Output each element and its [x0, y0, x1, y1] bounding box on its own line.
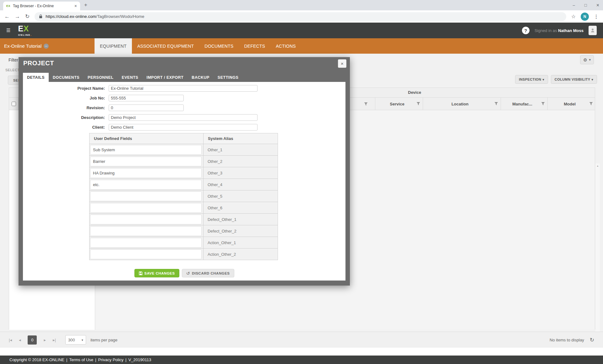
save-changes-button[interactable]: SAVE CHANGES: [134, 269, 179, 277]
nav-tab-associated-equipment[interactable]: ASSOCIATED EQUIPMENT: [132, 38, 199, 54]
minimize-icon[interactable]: –: [573, 3, 575, 8]
tab-personnel[interactable]: PERSONNEL: [84, 73, 117, 82]
table-row: Other_3: [90, 167, 278, 179]
privacy-policy-link[interactable]: Privacy Policy: [98, 357, 123, 362]
project-name-label: Project Name:: [23, 86, 105, 91]
table-row: Defect_Other_2: [90, 225, 278, 237]
tab-details[interactable]: DETAILS: [23, 73, 49, 82]
alias-value: Defect_Other_2: [203, 225, 278, 237]
udf-input-7[interactable]: [90, 215, 202, 224]
help-icon[interactable]: ?: [522, 27, 530, 34]
column-header-location[interactable]: Location: [423, 98, 501, 110]
device-group-label: Device: [408, 90, 421, 95]
copyright-text: Copyright © 2018 EX-ONLINE: [9, 357, 64, 362]
browser-avatar[interactable]: N: [581, 13, 589, 21]
footer: Copyright © 2018 EX-ONLINE | Terms of Us…: [0, 356, 603, 364]
alias-value: Other_4: [203, 179, 278, 190]
url-domain: https://cloud.ex-online.com: [46, 14, 96, 19]
favicon-ex-icon: EX: [6, 4, 10, 8]
ellipsis-icon[interactable]: •••: [44, 44, 49, 49]
column-header-manufacturer[interactable]: Manufac...: [501, 98, 547, 110]
terms-of-use-link[interactable]: Terms of Use: [69, 357, 93, 362]
url-bar[interactable]: https://cloud.ex-online.com/TagBrowser/W…: [35, 12, 566, 21]
udf-input-3[interactable]: [90, 168, 202, 178]
grid-settings-button[interactable]: ⚙ ▾: [580, 55, 594, 64]
browser-tab[interactable]: EX Tag Browser - Ex-Online ×: [3, 2, 80, 10]
column-header-service[interactable]: Service: [375, 98, 423, 110]
user-account-button[interactable]: [589, 26, 597, 35]
page-size-dropdown[interactable]: 300 ▾: [65, 335, 86, 345]
pagination-bar: |◂ ◂ 0 ▸ ▸| 300 ▾ items per page No item…: [0, 332, 603, 348]
scroll-up-icon[interactable]: ▴: [597, 164, 598, 167]
forward-icon[interactable]: →: [15, 13, 20, 20]
person-icon: [591, 28, 595, 33]
job-no-label: Job No:: [23, 96, 105, 100]
hamburger-icon[interactable]: ☰: [6, 28, 10, 33]
client-input[interactable]: [109, 124, 258, 131]
select-all-checkbox[interactable]: [12, 102, 16, 106]
revision-input[interactable]: [109, 104, 184, 111]
client-label: Client:: [23, 125, 105, 130]
udf-input-4[interactable]: [90, 180, 202, 190]
nav-tab-equipment[interactable]: EQUIPMENT: [95, 38, 132, 54]
project-selector[interactable]: Ex-Online Tutorial •••: [4, 43, 49, 49]
nav-tab-defects[interactable]: DEFECTS: [239, 38, 270, 54]
job-no-input[interactable]: [109, 95, 184, 101]
nav-tab-documents[interactable]: DOCUMENTS: [199, 38, 239, 54]
project-modal: PROJECT × DETAILS DOCUMENTS PERSONNEL EV…: [19, 57, 350, 286]
udf-header: User Defined Fields: [90, 133, 204, 144]
udf-input-10[interactable]: [90, 249, 202, 259]
tab-close-icon[interactable]: ×: [74, 3, 77, 8]
inspection-button[interactable]: INSPECTION ▾: [515, 75, 548, 84]
filter-funnel-icon[interactable]: [364, 102, 368, 107]
next-page-button[interactable]: ▸: [44, 338, 46, 342]
project-name-input[interactable]: [109, 85, 258, 92]
user-name: Nathan Moss: [558, 28, 584, 33]
close-window-icon[interactable]: ×: [596, 3, 599, 8]
modal-tabs: DETAILS DOCUMENTS PERSONNEL EVENTS IMPOR…: [23, 73, 242, 82]
tab-import-export[interactable]: IMPORT / EXPORT: [142, 73, 187, 82]
description-input[interactable]: [109, 114, 258, 121]
filter-funnel-icon[interactable]: [589, 102, 593, 106]
chevron-down-icon: ▾: [542, 78, 544, 81]
refresh-icon[interactable]: ↻: [590, 337, 594, 343]
alias-value: Other_1: [203, 144, 278, 156]
new-tab-button[interactable]: +: [84, 2, 87, 8]
alias-value: Other_6: [203, 202, 278, 214]
previous-page-button[interactable]: ◂: [19, 338, 21, 342]
filter-funnel-icon[interactable]: [494, 102, 498, 106]
first-page-button[interactable]: |◂: [9, 338, 12, 342]
last-page-button[interactable]: ▸|: [53, 338, 56, 342]
reload-icon[interactable]: ↻: [25, 13, 30, 20]
tab-events[interactable]: EVENTS: [117, 73, 142, 82]
bookmark-star-icon[interactable]: ☆: [571, 13, 576, 19]
lock-icon: [39, 14, 42, 19]
discard-changes-button[interactable]: ↺ DISCARD CHANGES: [182, 269, 234, 277]
browser-menu-icon[interactable]: ⋮: [594, 14, 599, 19]
tab-backup[interactable]: BACKUP: [187, 73, 213, 82]
udf-input-6[interactable]: [90, 203, 202, 213]
browser-toolbar: ← → ↻ https://cloud.ex-online.com/TagBro…: [0, 10, 603, 23]
back-icon[interactable]: ←: [4, 13, 10, 20]
alias-value: Action_Other_2: [203, 249, 278, 260]
maximize-icon[interactable]: □: [584, 3, 587, 8]
udf-input-9[interactable]: [90, 238, 202, 248]
udf-input-8[interactable]: [90, 226, 202, 236]
filter-funnel-icon[interactable]: [416, 102, 420, 106]
column-visibility-button[interactable]: COLUMN VISIBILITY ▾: [551, 75, 597, 84]
tab-settings[interactable]: SETTINGS: [214, 73, 243, 82]
udf-input-2[interactable]: [90, 157, 202, 166]
nav-tab-actions[interactable]: ACTIONS: [270, 38, 301, 54]
main-nav: Ex-Online Tutorial ••• EQUIPMENT ASSOCIA…: [0, 38, 603, 54]
udf-input-5[interactable]: [90, 191, 202, 201]
udf-input-1[interactable]: [90, 145, 202, 155]
table-row: Action_Other_2: [90, 249, 278, 260]
tab-documents[interactable]: DOCUMENTS: [49, 73, 84, 82]
footer-separator: |: [125, 357, 126, 362]
column-header-model[interactable]: Model: [547, 98, 595, 110]
table-row: Other_4: [90, 179, 278, 190]
current-page-button[interactable]: 0: [28, 335, 37, 345]
modal-close-button[interactable]: ×: [338, 59, 346, 68]
filter-funnel-icon[interactable]: [541, 102, 545, 106]
project-name-label: Ex-Online Tutorial: [4, 43, 41, 49]
